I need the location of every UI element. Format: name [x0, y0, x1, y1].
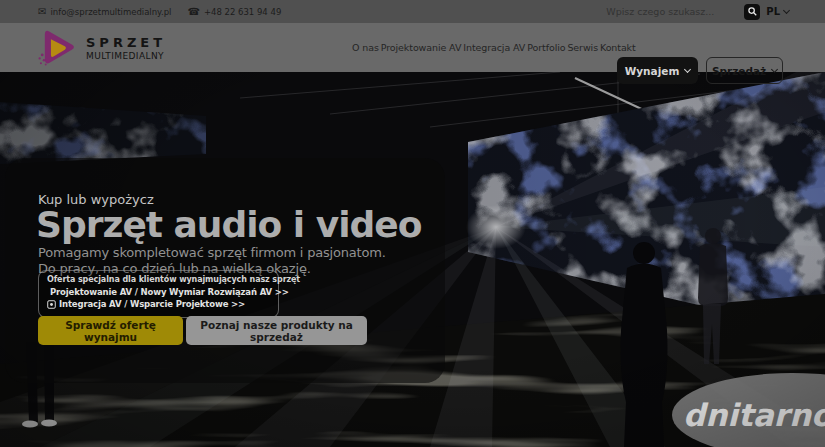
offer-heading: Oferta specjalna dla klientów wynajmując…: [47, 275, 270, 284]
nav-item-portfolio[interactable]: Portfolio: [527, 42, 565, 53]
search-input[interactable]: [606, 6, 738, 17]
hero-section: dnitarnobrze Kup lub wypożycz Sprzęt aud…: [0, 72, 825, 447]
cta-row: Sprawdź ofertę wynajmu Poznaj nasze prod…: [38, 316, 367, 345]
rent-button-label: Wynajem: [625, 65, 680, 77]
search-icon: [748, 7, 757, 16]
special-offer-box: Oferta specjalna dla klientów wynajmując…: [38, 270, 279, 318]
logo[interactable]: SPRZET MULTIMEDIALNY: [36, 28, 166, 68]
nav-item-o-nas[interactable]: O nas: [352, 42, 379, 53]
navbar: SPRZET MULTIMEDIALNY O nas Projektowanie…: [0, 23, 825, 72]
nav-item-integracja-av[interactable]: Integracja AV: [463, 42, 525, 53]
nav-item-serwis[interactable]: Serwis: [567, 42, 598, 53]
sale-button-label: Sprzedaż: [712, 65, 766, 77]
envelope-icon: ✉: [38, 7, 46, 17]
language-selector[interactable]: PL: [766, 6, 789, 17]
offer-link-integracja[interactable]: Integracja AV / Wsparcie Projektowe >>: [47, 299, 270, 309]
chevron-down-icon: [684, 65, 691, 72]
nav-item-kontakt[interactable]: Kontakt: [600, 42, 636, 53]
sale-dropdown-button[interactable]: Sprzedaż: [706, 57, 783, 84]
hero-title: Sprzęt audio i video: [36, 204, 421, 245]
language-label: PL: [766, 6, 780, 17]
person-silhouette-near: [621, 242, 668, 447]
rent-offer-button[interactable]: Sprawdź ofertę wynajmu: [38, 316, 183, 345]
brand-name-bottom: MULTIMEDIALNY: [86, 51, 166, 61]
offer-link-projektowanie[interactable]: Projektowanie AV / Nowy Wymiar Rozwiązań…: [47, 287, 270, 297]
offer-link-label: Projektowanie AV / Nowy Wymiar Rozwiązań…: [50, 287, 289, 297]
logo-play-icon: [36, 28, 78, 68]
brand-name-top: SPRZET: [86, 35, 166, 50]
main-nav: O nas Projektowanie AV Integracja AV Por…: [352, 23, 636, 72]
rent-dropdown-button[interactable]: Wynajem: [617, 57, 698, 84]
nav-item-projektowanie-av[interactable]: Projektowanie AV: [381, 42, 462, 53]
watermark-text: dnitarnobrze: [683, 397, 825, 433]
projector-glow: [466, 205, 526, 249]
phone-icon: ☎: [187, 7, 199, 17]
search-button[interactable]: [744, 4, 760, 20]
chevron-down-icon: [771, 65, 778, 72]
phone-link[interactable]: +48 22 631 94 49: [204, 7, 281, 17]
contact-info: ✉ info@sprzetmultimedialny.pl ☎ +48 22 6…: [38, 7, 281, 17]
sale-products-button[interactable]: Poznaj nasze produkty na sprzedaż: [186, 316, 367, 345]
target-icon: [47, 300, 56, 309]
logo-text: SPRZET MULTIMEDIALNY: [86, 35, 166, 61]
hero-panel: Kup lub wypożycz Sprzęt audio i video Po…: [5, 158, 445, 383]
offer-link-label: Integracja AV / Wsparcie Projektowe >>: [59, 299, 245, 309]
page: ✉ info@sprzetmultimedialny.pl ☎ +48 22 6…: [0, 0, 825, 447]
chevron-down-icon: [783, 6, 790, 13]
hero-subtitle-line1: Pomagamy skompletować sprzęt firmom i pa…: [38, 245, 386, 261]
topbar: ✉ info@sprzetmultimedialny.pl ☎ +48 22 6…: [0, 0, 825, 23]
topbar-right: PL: [606, 4, 789, 20]
email-link[interactable]: info@sprzetmultimedialny.pl: [50, 7, 171, 17]
